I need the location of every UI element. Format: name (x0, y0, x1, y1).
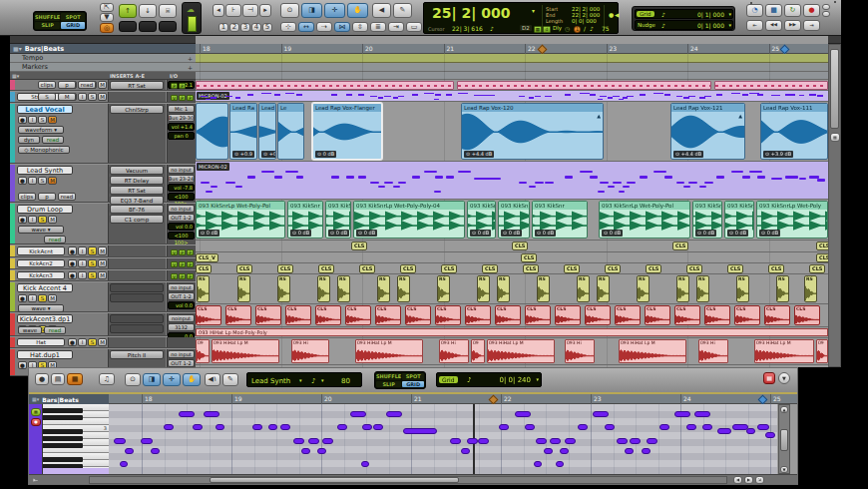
track-S-button[interactable]: S (38, 93, 56, 101)
velocity-view-button[interactable]: ▤ (51, 373, 65, 385)
midi-note[interactable] (647, 438, 657, 444)
drum-audio-clip[interactable]: 093 KikSnrLp Wet-Poly-Pol⊙ 0 dB (599, 201, 690, 239)
rs-clip[interactable]: RS (237, 275, 250, 302)
cls-clip[interactable]: CLS (816, 253, 828, 262)
region-midi-note[interactable] (206, 191, 212, 194)
midi-note[interactable] (478, 438, 489, 444)
midi-note[interactable] (450, 438, 461, 444)
output-window-led[interactable]: P (171, 83, 178, 89)
zoom-preset-display-button[interactable]: ⌸ (159, 4, 177, 18)
clip-gain-badge[interactable]: ⊙ 0 dB (315, 151, 336, 158)
region-midi-note[interactable] (529, 186, 536, 189)
region-midi-note[interactable] (296, 176, 303, 179)
track-name[interactable]: KckAcn3 (17, 271, 65, 279)
track-read-button[interactable]: read (78, 81, 96, 89)
midi-note[interactable] (674, 411, 690, 417)
midi-note-dropdown[interactable]: ▾ (321, 377, 324, 383)
midi-note[interactable] (702, 424, 712, 430)
cls-clip[interactable]: CLS (236, 264, 252, 273)
record-button[interactable]: ● (68, 271, 77, 279)
return-to-zero-button[interactable]: ⇤ (746, 20, 763, 31)
region-midi-note[interactable] (809, 176, 819, 179)
region-midi-note[interactable] (699, 186, 706, 189)
output-window-led[interactable]: P (179, 83, 186, 89)
red-audio-clip[interactable]: CLS (495, 305, 521, 325)
midi-note[interactable] (499, 424, 509, 430)
automation-mode-selector[interactable]: read (44, 326, 66, 334)
clip-gain-badge[interactable]: ⊙ +3.9 dB (763, 151, 793, 158)
audio-clip[interactable]: Lead Rap Vox-111⊙ +3.9 dB (760, 103, 828, 160)
midi-mode-grid[interactable]: GRID (402, 381, 424, 388)
stop-button[interactable]: ■ (765, 4, 782, 17)
midi-note[interactable] (560, 448, 569, 454)
volume-display[interactable]: vol 0.0 (168, 301, 195, 309)
rs-clip[interactable]: RS (537, 275, 550, 302)
region-midi-note[interactable] (742, 176, 750, 179)
track-header[interactable]: Hat●ISM (10, 337, 196, 348)
region-midi-note[interactable] (378, 186, 385, 189)
red-audio-clip[interactable]: CLS (285, 305, 311, 325)
insert-slot[interactable]: RT Sat (110, 186, 164, 195)
rs-clip[interactable]: RS (477, 275, 490, 302)
region-midi-note[interactable] (261, 171, 274, 174)
hat-audio-clip[interactable]: 093 HiHat Lp M (212, 339, 279, 363)
midi-trim-tool[interactable]: ◨ (143, 373, 161, 386)
mute-button[interactable]: M (98, 259, 107, 267)
region-midi-note[interactable] (640, 176, 648, 179)
go-to-end-button[interactable]: ⇥ (803, 20, 820, 31)
red-audio-clip[interactable]: CLS (615, 305, 641, 325)
audio-clip[interactable]: Lead Rap Vox-Flanger⊙ 0 dB (312, 103, 382, 160)
drum-audio-clip[interactable]: 093 KikSnr⊙ 0 dB (532, 201, 588, 239)
hat-loop-clip[interactable]: 093 HiHat Lp Mod-Poly-Poly (196, 328, 828, 336)
midi-note[interactable] (617, 438, 628, 444)
red-audio-clip[interactable]: CLS (674, 305, 700, 325)
track-name[interactable]: KickAcent3.dp1 (17, 314, 73, 323)
zoom-preset-3[interactable]: 3 (240, 23, 250, 32)
red-audio-clip[interactable]: CLS (585, 305, 611, 325)
output-window-led[interactable]: V (171, 273, 178, 279)
midi-selector-tool[interactable]: ✛ (163, 373, 181, 386)
track-name[interactable]: Drum Loop (17, 205, 73, 214)
red-audio-clip[interactable]: CLS (764, 305, 790, 325)
hat-audio-clip[interactable]: 093 Hi (565, 339, 595, 363)
midi-target-display[interactable]: Lead Synth ▾ ♪ ▾ 80 (246, 372, 362, 387)
track-clips-button[interactable]: clips (38, 81, 56, 89)
hat-audio-clip[interactable]: 09 (816, 339, 828, 363)
cls-clip[interactable]: CLS (727, 264, 743, 273)
hat-audio-clip[interactable]: 09 (471, 339, 485, 363)
insert-slot[interactable]: Pitch II (110, 350, 164, 359)
automation-lane-selector[interactable]: dyn (18, 136, 40, 144)
drum-audio-clip[interactable]: 093 KikSnr⊙ 0 dB (467, 201, 496, 239)
midi-note[interactable] (717, 428, 731, 434)
edit-vscroll-thumb[interactable] (830, 49, 839, 129)
output-window-led[interactable]: P (187, 261, 194, 267)
rs-clip[interactable]: RS (736, 275, 749, 302)
rs-clip[interactable]: RS (696, 275, 709, 302)
midi-note[interactable] (204, 411, 219, 417)
selector-tool-button[interactable]: ✛ (324, 3, 345, 18)
insert-slot[interactable]: ChnlStrp (110, 105, 164, 114)
midi-note[interactable] (630, 438, 641, 444)
region-midi-note[interactable] (358, 176, 366, 179)
region-midi-note[interactable] (688, 182, 697, 185)
region-midi-note[interactable] (393, 186, 400, 189)
count-badge[interactable]: 1 (574, 26, 581, 33)
region-midi-note[interactable] (580, 171, 593, 174)
midi-note[interactable] (317, 448, 326, 454)
midi-note[interactable] (515, 411, 531, 417)
red-audio-clip[interactable]: CLS (465, 305, 491, 325)
midi-note[interactable] (141, 438, 153, 444)
input-monitor-button[interactable]: I (28, 294, 37, 302)
clip-gain-badge[interactable]: ⊙ 0 dB (356, 230, 377, 237)
zoom-target-button[interactable]: ◎ (100, 23, 114, 33)
midi-note[interactable] (746, 428, 755, 434)
rs-clip[interactable]: RS (776, 275, 789, 302)
record-button[interactable]: ● (68, 259, 77, 267)
region-midi-note[interactable] (211, 186, 217, 189)
cls-clip[interactable]: CLS (482, 264, 498, 273)
midi-note[interactable] (659, 424, 669, 430)
region-midi-note[interactable] (474, 178, 501, 181)
input-monitor-button[interactable]: I (78, 246, 87, 255)
canvas-grid-toggle[interactable]: ▦ (830, 133, 840, 142)
piano-black-key[interactable] (43, 436, 83, 441)
